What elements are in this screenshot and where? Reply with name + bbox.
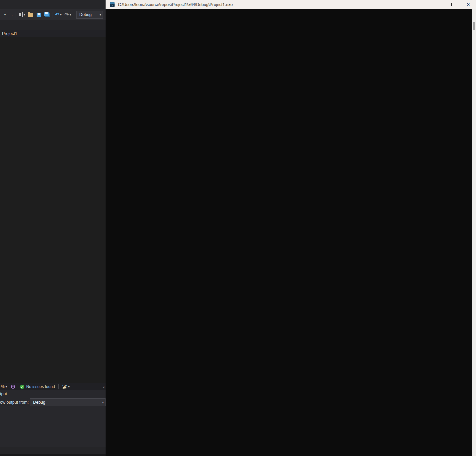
divider (58, 384, 59, 389)
solution-configuration-select[interactable]: Debug ▾ (76, 11, 103, 19)
toolbar-separator (16, 12, 16, 18)
minimize-button[interactable]: — (430, 2, 445, 7)
zoom-level-control[interactable]: % (1, 384, 5, 389)
zoom-dropdown-icon[interactable]: ▾ (6, 385, 7, 388)
undo-dropdown-icon[interactable]: ▾ (60, 13, 62, 16)
toolbar-separator (53, 12, 53, 18)
save-all-icon[interactable] (44, 12, 49, 16)
navigate-forward-icon[interactable]: → (9, 12, 14, 18)
show-output-from-label: ow output from: (0, 400, 29, 405)
output-source-value: Debug (33, 400, 45, 405)
new-item-icon[interactable] (18, 12, 23, 17)
chevron-down-icon: ▾ (101, 401, 105, 404)
project-dropdown[interactable]: Project1 (2, 31, 17, 36)
maximize-button[interactable] (445, 2, 461, 7)
navigate-back-dropdown-icon[interactable]: ▾ (4, 13, 6, 16)
output-panel: tput ow output from: Debug ▾ (0, 390, 106, 447)
console-output (106, 9, 476, 10)
toolbar-separator (74, 12, 74, 18)
window-bottom-strip (0, 454, 106, 456)
console-title-text: C:\Users\leona\source\repos\Project1\x64… (118, 2, 233, 7)
console-title-bar[interactable]: C:\Users\leona\source\repos\Project1\x64… (106, 0, 476, 10)
issues-status-text[interactable]: No issues found (26, 384, 55, 389)
editor-indicator-bar: % ▾ ✓ No issues found ▾ ◂ (0, 383, 106, 390)
code-cleanup-broom-icon[interactable] (62, 384, 67, 389)
undo-icon[interactable]: ↶ (55, 12, 59, 18)
console-scrollbar-thumb[interactable] (473, 22, 475, 30)
console-window: C:\Users\leona\source\repos\Project1\x64… (106, 0, 476, 456)
output-panel-title: tput (0, 392, 7, 396)
redo-icon[interactable]: ↷ (65, 12, 69, 18)
panel-tab-bar (0, 447, 106, 454)
close-button[interactable]: × (461, 2, 476, 8)
output-source-select[interactable]: Debug ▾ (30, 398, 106, 406)
redo-dropdown-icon[interactable]: ▾ (70, 13, 71, 16)
scroll-left-arrow-icon[interactable]: ◂ (103, 385, 104, 389)
new-item-dropdown-icon[interactable]: ▾ (24, 13, 25, 16)
intellicode-icon[interactable] (11, 384, 15, 389)
maximize-icon (451, 3, 455, 6)
code-cleanup-dropdown-icon[interactable]: ▾ (68, 385, 70, 388)
solution-configuration-value: Debug (79, 12, 92, 17)
chevron-down-icon: ▾ (98, 13, 103, 16)
open-folder-icon[interactable] (28, 13, 33, 17)
console-scrollbar[interactable] (472, 9, 476, 456)
health-check-icon: ✓ (20, 385, 24, 389)
console-app-icon (110, 2, 115, 7)
console-body[interactable] (106, 9, 476, 456)
save-icon[interactable] (37, 13, 41, 17)
navigate-back-icon[interactable]: ← (0, 12, 3, 18)
